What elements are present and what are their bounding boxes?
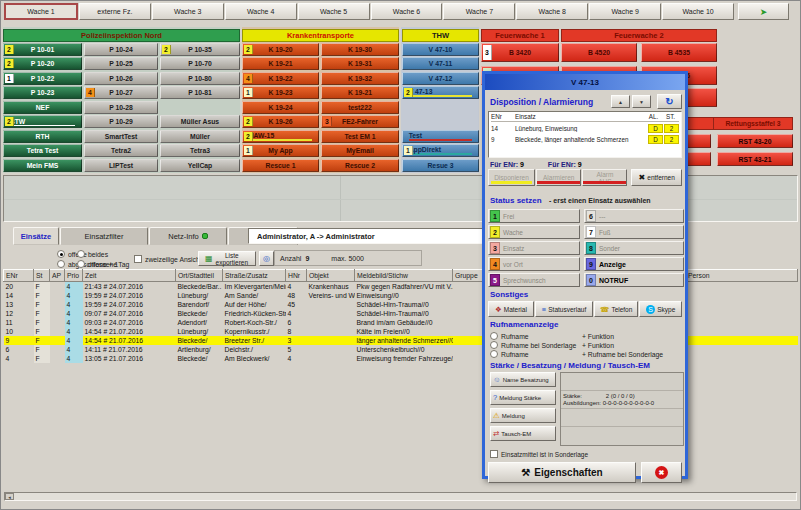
unit-button[interactable]: K 19-31	[321, 57, 399, 70]
unit-button[interactable]: 4 P 10-27	[84, 86, 158, 99]
unit-button[interactable]: P 10-26	[84, 72, 158, 85]
dialog-tool-button[interactable]: ❖ Material	[488, 301, 534, 317]
main-tab[interactable]: Netz-Info	[149, 227, 227, 245]
unit-button[interactable]: RTH	[3, 130, 82, 143]
unit-button[interactable]: V 47-10	[402, 43, 479, 56]
unit-button[interactable]: V 47-12	[402, 72, 479, 85]
filter-radio[interactable]: beides	[77, 249, 129, 259]
move-down-button[interactable]: ▼	[632, 95, 651, 108]
table-column-header[interactable]: Straße/Zusatz	[223, 270, 286, 282]
list-tool-button[interactable]: ◎	[259, 251, 274, 266]
unit-button[interactable]: 2 K 19-20	[242, 43, 319, 56]
unit-button[interactable]: NEF	[3, 101, 82, 114]
table-column-header[interactable]: Person	[686, 270, 798, 282]
station-tab[interactable]: Wache 5	[298, 3, 370, 20]
dialog-title-bar[interactable]: V 47-13	[485, 74, 685, 90]
unit-button[interactable]: 2 P 10-20	[3, 57, 82, 70]
status-button[interactable]: 5 Sprechwunsch	[488, 273, 580, 287]
table-column-header[interactable]: Prio	[65, 270, 83, 282]
unit-button[interactable]: Rescue 2	[321, 159, 399, 172]
station-tab[interactable]: externe Fz.	[79, 3, 151, 20]
unit-button[interactable]: V 47-11	[402, 57, 479, 70]
unit-button[interactable]: 1 K 19-23	[242, 86, 319, 99]
alarm-aus-button[interactable]: Alarm AUS	[582, 169, 627, 186]
table-column-header[interactable]: ENr	[4, 270, 34, 282]
unit-button[interactable]: Tetra2	[84, 144, 158, 157]
status-button[interactable]: 7 Fuß	[584, 225, 684, 239]
unit-button[interactable]: P 10-81	[160, 86, 240, 99]
table-column-header[interactable]: Meldebild/Stichw	[355, 270, 453, 282]
unit-button[interactable]: 2 P 10-01	[3, 43, 82, 56]
unit-button[interactable]: Müller Asus	[160, 115, 240, 128]
unit-button[interactable]: Test	[402, 130, 479, 143]
unit-button[interactable]: P 10-80	[160, 72, 240, 85]
unit-button[interactable]: K 19-21	[242, 57, 319, 70]
rufname-option[interactable]: Rufname + Funktion	[490, 331, 682, 340]
unit-button[interactable]: Tetra3	[160, 144, 240, 157]
unit-button[interactable]: Resue 3	[402, 159, 479, 172]
unit-button[interactable]: P 10-24	[84, 43, 158, 56]
dispo-list-row[interactable]: 9 Bleckede, länger anhaltende Schmerzen …	[491, 135, 679, 144]
alarmieren-button[interactable]: Alarmieren	[536, 169, 581, 186]
unit-button[interactable]: P 10-29	[84, 115, 158, 128]
unit-button[interactable]: test222	[321, 101, 399, 114]
export-list-button[interactable]: ▦ Liste exportieren	[198, 251, 256, 266]
table-column-header[interactable]: Zeit	[83, 270, 176, 282]
station-tab[interactable]: Wache 3	[152, 3, 224, 20]
table-column-header[interactable]: AP	[50, 270, 65, 282]
close-dialog-button[interactable]: ✖	[641, 462, 682, 483]
unit-button[interactable]: 4 K 19-22	[242, 72, 319, 85]
unit-button[interactable]: Rescue 1	[242, 159, 319, 172]
unit-button[interactable]: RST 43-21	[717, 152, 793, 166]
station-tab[interactable]: Wache 9	[589, 3, 661, 20]
status-button[interactable]: 1 Frei	[488, 209, 580, 223]
station-tab[interactable]: Wache 4	[225, 3, 297, 20]
unit-button[interactable]: K 19-24	[242, 101, 319, 114]
dialog-tool-button[interactable]: ☺ Name Besatzung	[490, 372, 556, 387]
unit-button[interactable]: 2 K 19-26	[242, 115, 319, 128]
status-button[interactable]: 9 Anzeige	[584, 257, 684, 271]
rufname-option[interactable]: Rufname bei Sonderlage + Funktion	[490, 340, 682, 349]
two-line-view-checkbox[interactable]: zweizeilige Ansicht	[134, 255, 202, 263]
unit-button[interactable]: Müller	[160, 130, 240, 143]
unit-button[interactable]: 1 AppDirekt	[402, 144, 479, 157]
horizontal-scrollbar[interactable]: ◂	[4, 492, 797, 501]
status-button[interactable]: 6 ---	[584, 209, 684, 223]
filter-radio[interactable]: offene + 1Tag	[77, 259, 129, 269]
eigenschaften-button[interactable]: ⚒ Eigenschaften	[488, 462, 636, 483]
status-button[interactable]: 4 vor Ort	[488, 257, 580, 271]
dialog-tool-button[interactable]: ? Meldung Stärke	[490, 390, 556, 405]
main-tab[interactable]: Einsätze	[13, 227, 59, 245]
dialog-tool-button[interactable]: ≡ Statusverlauf	[535, 301, 593, 317]
unit-button[interactable]: P 10-25	[84, 57, 158, 70]
table-column-header[interactable]: HNr	[286, 270, 307, 282]
unit-button[interactable]: P 10-28	[84, 101, 158, 114]
station-tab[interactable]: Wache 1	[4, 3, 78, 20]
table-column-header[interactable]: Ort/Stadtteil	[176, 270, 223, 282]
unit-button[interactable]: Tetra Test	[3, 144, 82, 157]
status-button[interactable]: 2 Wache	[488, 225, 580, 239]
unit-button[interactable]: 3 B 3420	[481, 43, 559, 62]
status-button[interactable]: 3 Einsatz	[488, 241, 580, 255]
unit-button[interactable]: RST 43-20	[717, 134, 793, 148]
unit-button[interactable]: B 4535	[641, 43, 717, 62]
entfernen-button[interactable]: ✖ entfernen	[631, 169, 682, 186]
unit-button[interactable]: P 10-23	[3, 86, 82, 99]
sonderlage-checkbox[interactable]: Einsatzmittel ist in Sonderlage	[490, 450, 682, 458]
unit-button[interactable]: 2 NAW-15	[242, 130, 319, 143]
unit-button[interactable]: K 19-21	[321, 86, 399, 99]
refresh-button[interactable]: ↻	[657, 94, 682, 109]
rufname-option[interactable]: Rufname + Rufname bei Sonderlage	[490, 349, 682, 358]
unit-button[interactable]: B 4520	[561, 43, 637, 62]
unit-button[interactable]: K 19-32	[321, 72, 399, 85]
disponieren-button[interactable]: Disponieren	[488, 169, 535, 186]
dialog-tool-button[interactable]: ☎ Telefon	[594, 301, 638, 317]
unit-button[interactable]: Mein FMS	[3, 159, 82, 172]
table-column-header[interactable]: Objekt	[307, 270, 355, 282]
unit-button[interactable]: 1 My App	[242, 144, 319, 157]
unit-button[interactable]: YellCap	[160, 159, 240, 172]
unit-button[interactable]: LIPTest	[84, 159, 158, 172]
dialog-tool-button[interactable]: ⇄ Tausch-EM	[490, 426, 556, 441]
status-button[interactable]: 8 Sonder	[584, 241, 684, 255]
dialog-tool-button[interactable]: ⚠ Meldung	[490, 408, 556, 423]
